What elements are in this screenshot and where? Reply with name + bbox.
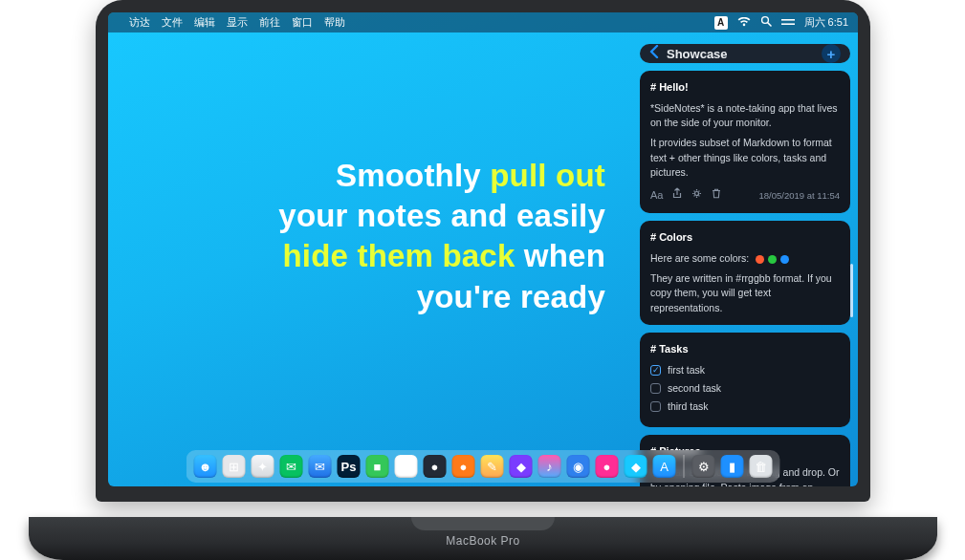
note-card-hello[interactable]: # Hello! *SideNotes* is a note-taking ap…: [640, 71, 850, 213]
task-label: third task: [668, 399, 709, 414]
note-timestamp: 18/05/2019 at 11:54: [758, 189, 840, 203]
note-heading: # Hello!: [650, 80, 840, 96]
add-note-button[interactable]: +: [822, 44, 841, 63]
checkbox-icon[interactable]: ✓: [650, 365, 661, 376]
menu-app[interactable]: 访达: [129, 15, 150, 30]
settings-icon[interactable]: [691, 188, 702, 204]
task-row[interactable]: ✓ first task: [650, 363, 840, 377]
dock-icon-calendar[interactable]: 22: [395, 455, 418, 478]
checkbox-icon[interactable]: [650, 383, 661, 394]
spotlight-search-icon[interactable]: [760, 15, 772, 30]
color-swatch-blue: [780, 255, 789, 264]
input-source-icon[interactable]: A: [714, 16, 728, 30]
dock-icon-launchpad[interactable]: ⊞: [223, 455, 246, 478]
headline-highlight: pull out: [490, 158, 605, 193]
note-heading: # Colors: [650, 230, 840, 246]
dock-icon-facetime[interactable]: ■: [366, 455, 389, 478]
dock-icon-wechat[interactable]: ✉: [280, 455, 303, 478]
svg-point-4: [695, 191, 699, 195]
trash-icon[interactable]: [712, 188, 721, 204]
device-label: MacBook Pro: [29, 534, 937, 548]
menu-help[interactable]: 帮助: [324, 15, 345, 30]
menubar-clock[interactable]: 周六 6:51: [804, 15, 848, 30]
svg-rect-2: [781, 19, 795, 21]
back-chevron-icon[interactable]: [649, 45, 659, 62]
dock-icon-settings[interactable]: ⚙: [692, 455, 715, 478]
laptop-lid: 访达 文件 编辑 显示 前往 窗口 帮助 A: [96, 0, 870, 502]
dock-icon-downloads[interactable]: ▮: [721, 455, 744, 478]
headline-text: you're ready: [146, 277, 605, 317]
wifi-icon[interactable]: [737, 16, 751, 30]
laptop-base: MacBook Pro: [29, 517, 937, 560]
note-body: They are written in #rrggbb format. If y…: [650, 271, 840, 315]
menu-edit[interactable]: 编辑: [194, 15, 215, 30]
note-body: *SideNotes* is a note-taking app that li…: [650, 101, 840, 130]
dock-icon-trash[interactable]: 🗑: [750, 455, 773, 478]
task-row[interactable]: second task: [650, 381, 840, 396]
note-card-tasks[interactable]: # Tasks ✓ first task second task third t…: [640, 333, 850, 428]
dock-icon-safari[interactable]: ✦: [252, 455, 274, 478]
svg-rect-3: [781, 23, 795, 25]
dock-icon-app-purple[interactable]: ◆: [510, 455, 533, 478]
dock-icon-app-blue[interactable]: ◉: [567, 455, 590, 478]
task-label: second task: [668, 381, 721, 396]
note-toolbar: Aa 18/05/2019 at 11:54: [650, 187, 840, 204]
checkbox-icon[interactable]: [650, 401, 661, 412]
dock-icon-app-pink[interactable]: ●: [596, 455, 619, 478]
macos-menubar: 访达 文件 编辑 显示 前往 窗口 帮助 A: [108, 12, 858, 32]
share-icon[interactable]: [672, 187, 682, 204]
color-swatch-red: [756, 255, 764, 264]
color-swatches: [756, 255, 789, 264]
macos-dock: ☻⊞✦✉✉Ps■22●●✎◆♪◉●◆A⚙▮🗑: [186, 450, 780, 483]
dock-icon-photoshop[interactable]: Ps: [338, 455, 361, 478]
headline-text: when: [515, 238, 605, 273]
scrollbar-thumb[interactable]: [850, 264, 853, 317]
color-swatch-green: [768, 255, 777, 264]
note-card-colors[interactable]: # Colors Here are some colors: They are …: [640, 221, 850, 325]
svg-line-1: [768, 23, 771, 26]
dock-icon-app-dark[interactable]: ●: [424, 455, 447, 478]
dock-icon-notes[interactable]: ✎: [481, 455, 504, 478]
menubar-status: A 周六 6:51: [714, 15, 848, 30]
dock-icon-appstore[interactable]: A: [653, 455, 676, 478]
menu-window[interactable]: 窗口: [292, 15, 313, 30]
marketing-headline: Smoothly pull out your notes and easily …: [146, 156, 605, 317]
note-body: It provides subset of Markdown to format…: [650, 136, 840, 180]
panel-header: Showcase +: [640, 44, 850, 63]
control-center-icon[interactable]: [781, 16, 795, 30]
task-label: first task: [668, 363, 705, 377]
task-row[interactable]: third task: [650, 399, 840, 414]
dock-icon-finder[interactable]: ☻: [194, 455, 217, 478]
font-style-icon[interactable]: Aa: [650, 188, 663, 204]
menu-go[interactable]: 前往: [259, 15, 280, 30]
note-body: Here are some colors:: [650, 251, 840, 266]
svg-point-0: [761, 17, 768, 24]
dock-icon-mail[interactable]: ✉: [309, 455, 332, 478]
dock-icon-music[interactable]: ♪: [538, 455, 561, 478]
sidenotes-panel: Showcase + # Hello! *SideNotes* is a not…: [640, 44, 850, 443]
note-heading: # Tasks: [650, 342, 840, 357]
dock-separator: [684, 455, 685, 478]
headline-text: Smoothly: [336, 158, 490, 193]
panel-title: Showcase: [667, 47, 814, 61]
headline-text: your notes and easily: [146, 196, 605, 236]
menu-file[interactable]: 文件: [162, 15, 183, 30]
headline-highlight: hide them back: [282, 238, 515, 273]
desktop: 访达 文件 编辑 显示 前往 窗口 帮助 A: [108, 12, 858, 486]
dock-icon-app-cyan[interactable]: ◆: [625, 455, 647, 478]
menu-view[interactable]: 显示: [227, 15, 248, 30]
laptop-mockup: 访达 文件 编辑 显示 前往 窗口 帮助 A: [29, 0, 937, 560]
dock-icon-app-orange[interactable]: ●: [452, 455, 475, 478]
note-text: Here are some colors:: [650, 252, 749, 264]
